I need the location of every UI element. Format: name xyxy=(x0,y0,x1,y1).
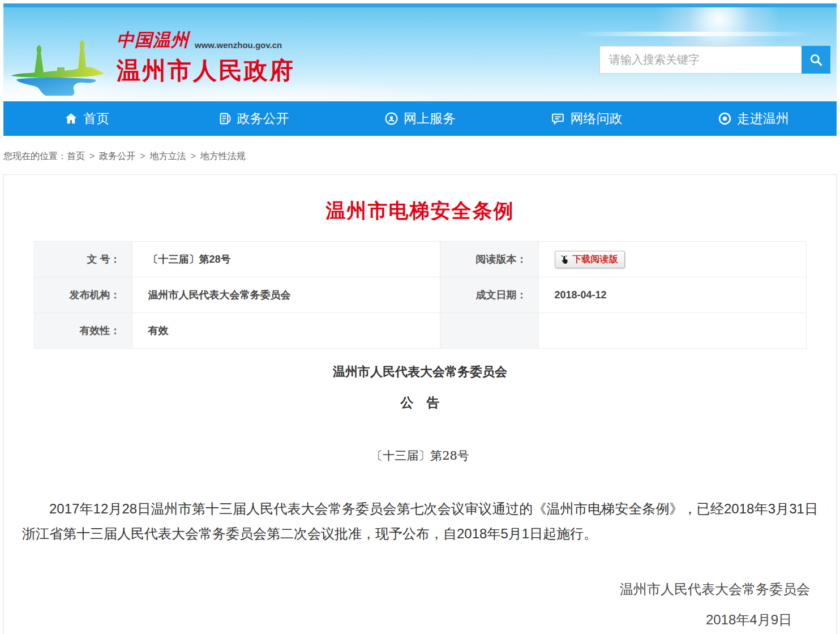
breadcrumb-link-gov-info[interactable]: 政务公开 xyxy=(99,151,135,161)
doc-number-value: 〔十三届〕第28号 xyxy=(132,242,440,277)
top-strip xyxy=(3,3,837,7)
read-version-label: 阅读版本： xyxy=(440,242,538,277)
breadcrumb-link-local-regulations[interactable]: 地方性法规 xyxy=(200,151,246,161)
signature-org: 温州市人民代表大会常务委员会 xyxy=(20,580,820,598)
wenzhou-landmark-logo-icon xyxy=(8,19,107,96)
issue-date-value: 2018-04-12 xyxy=(538,277,806,313)
document-body-paragraph: 2017年12月28日温州市第十三届人民代表大会常务委员会第七次会议审议通过的《… xyxy=(20,496,820,546)
breadcrumb-separator: > xyxy=(89,151,95,161)
issuer-label: 发布机构： xyxy=(34,277,132,313)
validity-value: 有效 xyxy=(132,313,440,349)
issue-date-label: 成文日期： xyxy=(440,277,538,313)
breadcrumb-link-local-legislation[interactable]: 地方立法 xyxy=(150,151,186,161)
document-icon xyxy=(218,112,232,126)
speech-bubble-icon xyxy=(551,112,565,126)
home-icon xyxy=(64,112,78,126)
nav-label: 政务公开 xyxy=(237,110,289,127)
breadcrumb-separator: > xyxy=(140,151,145,161)
document-notice-heading: 公 告 xyxy=(20,394,820,412)
breadcrumb-prefix: 您现在的位置： xyxy=(3,151,67,161)
search-icon xyxy=(809,53,824,67)
read-version-cell: 下载阅读版 xyxy=(538,242,806,277)
nav-label: 首页 xyxy=(83,110,109,127)
main-nav: 首页 政务公开 网上服务 xyxy=(3,101,837,136)
nav-label: 网络问政 xyxy=(570,110,622,127)
download-button-label: 下载阅读版 xyxy=(573,254,618,265)
table-row: 文 号： 〔十三届〕第28号 阅读版本： 下载阅读版 xyxy=(34,242,806,277)
document-number-line: 〔十三届〕第28号 xyxy=(20,448,820,464)
nav-item-ask-politics[interactable]: 网络问政 xyxy=(503,101,670,136)
page: 中国温州 www.wenzhou.gov.cn 温州市人民政府 首页 xyxy=(0,0,840,634)
site-title: 温州市人民政府 xyxy=(117,55,295,87)
signature-date: 2018年4月9日 xyxy=(20,611,820,629)
nav-label: 网上服务 xyxy=(404,110,456,127)
bullseye-icon xyxy=(718,112,732,126)
download-read-version-button[interactable]: 下载阅读版 xyxy=(555,251,625,268)
breadcrumb: 您现在的位置：首页>政务公开>地方立法>地方性法规 xyxy=(3,151,837,162)
validity-label: 有效性： xyxy=(34,313,132,349)
article-panel: 温州市电梯安全条例 文 号： 〔十三届〕第28号 阅读版本： 下载阅读版 xyxy=(3,174,837,634)
site-banner: 中国温州 www.wenzhou.gov.cn 温州市人民政府 xyxy=(3,3,837,101)
sun-flare-decoration xyxy=(576,32,814,36)
table-row: 发布机构： 温州市人民代表大会常务委员会 成文日期： 2018-04-12 xyxy=(34,277,806,313)
nav-item-gov-info[interactable]: 政务公开 xyxy=(170,101,336,136)
nav-item-into-wenzhou[interactable]: 走进温州 xyxy=(670,101,837,136)
empty-label-cell xyxy=(440,313,538,349)
page-title: 温州市电梯安全条例 xyxy=(20,198,820,224)
search-box xyxy=(599,46,830,74)
empty-value-cell xyxy=(538,313,806,349)
document-org-heading: 温州市人民代表大会常务委员会 xyxy=(20,363,820,380)
table-row: 有效性： 有效 xyxy=(34,313,806,349)
nav-item-home[interactable]: 首页 xyxy=(3,101,170,136)
hand-click-icon xyxy=(560,255,569,264)
site-brand: 中国温州 www.wenzhou.gov.cn 温州市人民政府 xyxy=(117,28,295,87)
site-url: www.wenzhou.gov.cn xyxy=(195,40,282,52)
breadcrumb-separator: > xyxy=(191,151,196,161)
issuer-value: 温州市人民代表大会常务委员会 xyxy=(132,277,440,313)
document-meta-table: 文 号： 〔十三届〕第28号 阅读版本： 下载阅读版 发布机构： 温州市人民代表… xyxy=(34,241,807,349)
nav-label: 走进温州 xyxy=(737,110,789,127)
broadcast-icon xyxy=(384,112,398,126)
doc-number-label: 文 号： xyxy=(34,242,132,277)
search-button[interactable] xyxy=(802,46,830,74)
breadcrumb-link-home[interactable]: 首页 xyxy=(67,151,85,161)
brand-calligraphy: 中国温州 xyxy=(117,28,189,52)
nav-item-online-service[interactable]: 网上服务 xyxy=(337,101,503,136)
search-input[interactable] xyxy=(599,46,802,74)
